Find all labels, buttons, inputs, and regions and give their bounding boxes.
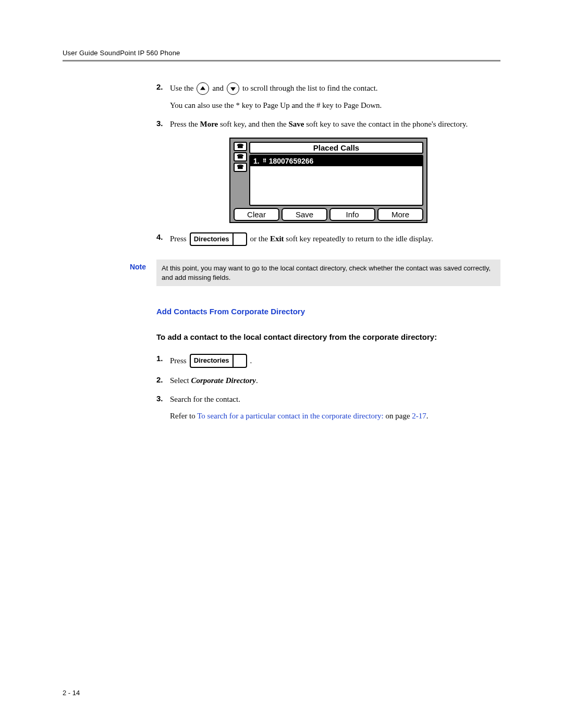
procedure-a: 2. Use the and to scroll through the lis… — [156, 82, 500, 130]
content-column: 2. Use the and to scroll through the lis… — [156, 82, 500, 246]
step-2: 2. Use the and to scroll through the lis… — [156, 82, 500, 112]
procedure-a-cont: 4. Press Directories or the Exit soft ke… — [156, 232, 500, 246]
dialpad-icon: ⠿ — [263, 158, 266, 164]
directories-button-label: Directories — [191, 355, 232, 367]
step-b3: 3. Search for the contact. Refer to To s… — [156, 394, 500, 422]
section-heading: Add Contacts From Corporate Directory — [156, 307, 500, 316]
step-3: 3. Press the More soft key, and then the… — [156, 119, 500, 130]
page: User Guide SoundPoint IP 560 Phone 2. Us… — [0, 0, 563, 728]
softkey-name: More — [200, 120, 218, 128]
phone-line-icon: ☎ — [234, 142, 247, 151]
page-number: 2 - 14 — [63, 689, 80, 697]
directories-button-icon: Directories — [190, 232, 247, 246]
step-number: 4. — [156, 232, 170, 241]
note-block: Note At this point, you may want to go t… — [115, 260, 500, 286]
directories-button-icon: Directories — [190, 354, 247, 368]
step-number: 2. — [156, 375, 170, 384]
step-b2: 2. Select Corporate Directory. — [156, 375, 500, 387]
line-icons: ☎ ☎ ☎ — [234, 142, 247, 206]
step-text: Press — [170, 233, 187, 245]
note-label: Note — [115, 260, 156, 286]
phone-number: 18007659266 — [269, 157, 314, 165]
step-number: 1. — [156, 354, 170, 363]
menu-item-name: Corporate Directory — [191, 376, 256, 385]
step-number: 2. — [156, 82, 170, 91]
step-text: Search for the contact. — [170, 394, 500, 405]
softkey-more: More — [377, 208, 423, 221]
phone-line-icon: ☎ — [234, 152, 247, 162]
procedure-b: 1. Press Directories . 2. Select Corpora — [156, 354, 500, 422]
phone-line-icon: ☎ — [234, 163, 247, 172]
step-text: soft key repeatedly to return to the idl… — [284, 235, 433, 243]
step-text: Use the — [170, 83, 193, 94]
softkey-row: Clear Save Info More — [234, 208, 423, 221]
call-list-row: 1. ⠿ 18007659266 — [250, 156, 422, 166]
step-text: Press the — [170, 120, 200, 128]
cross-reference-link[interactable]: To search for a particular contact in th… — [197, 412, 384, 420]
step-b1: 1. Press Directories . — [156, 354, 500, 368]
phone-screen-figure: ☎ ☎ ☎ Placed Calls 1. ⠿ 18007659266 — [229, 138, 427, 223]
step-text: or the — [250, 235, 270, 243]
header-rule — [63, 60, 500, 61]
directories-button-label: Directories — [191, 233, 232, 245]
step-number: 3. — [156, 119, 170, 128]
step-subtext: You can also use the * key to Page Up an… — [170, 100, 500, 112]
softkey-info: Info — [329, 208, 375, 221]
step-text: soft key to save the contact in the phon… — [304, 120, 468, 128]
screen-title: Placed Calls — [249, 142, 423, 154]
step-text: Select — [170, 376, 191, 385]
step-text: . — [250, 355, 252, 367]
call-list: 1. ⠿ 18007659266 — [249, 155, 423, 206]
softkey-save: Save — [282, 208, 327, 221]
step-4: 4. Press Directories or the Exit soft ke… — [156, 232, 500, 246]
step-text: on page — [384, 412, 412, 420]
row-index: 1. — [253, 157, 260, 165]
softkey-name: Exit — [270, 235, 284, 243]
note-text: At this point, you may want to go to the… — [156, 260, 500, 286]
button-tab-icon — [232, 355, 246, 367]
step-text: soft key, and then the — [218, 120, 288, 128]
step-text: . — [256, 376, 258, 385]
softkey-clear: Clear — [234, 208, 279, 221]
running-header: User Guide SoundPoint IP 560 Phone — [63, 49, 500, 57]
step-text: to scroll through the list to find the c… — [242, 83, 378, 94]
step-text: . — [426, 412, 429, 420]
procedure-heading: To add a contact to the local contact di… — [156, 331, 500, 342]
step-number: 3. — [156, 394, 170, 403]
page-reference-link[interactable]: 2-17 — [412, 412, 426, 420]
step-text: Refer to — [170, 412, 197, 420]
step-text: Press — [170, 355, 187, 367]
step-text: and — [212, 83, 224, 94]
down-arrow-icon — [227, 82, 239, 95]
button-tab-icon — [232, 233, 246, 245]
up-arrow-icon — [197, 82, 209, 95]
section: Add Contacts From Corporate Directory To… — [156, 307, 500, 422]
softkey-name: Save — [288, 120, 304, 128]
